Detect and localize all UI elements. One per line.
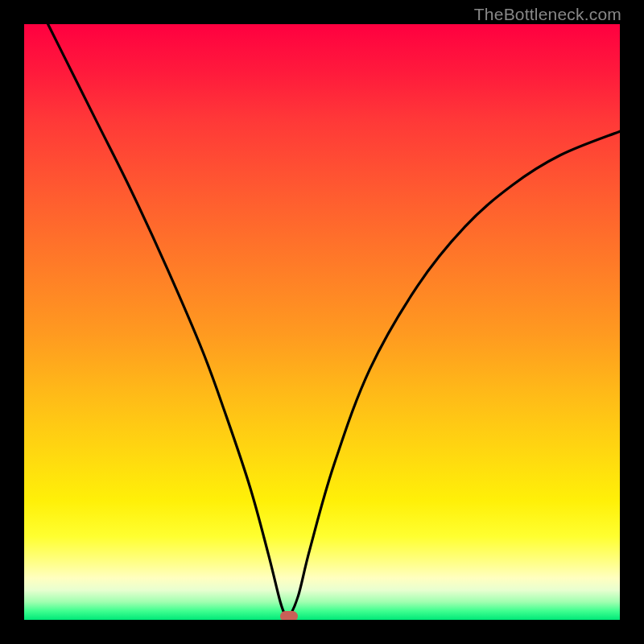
plot-area	[24, 24, 620, 620]
watermark-text: TheBottleneck.com	[474, 5, 621, 24]
minimum-marker	[280, 611, 298, 620]
bottleneck-curve	[24, 24, 620, 619]
chart-frame: TheBottleneck.com	[0, 0, 644, 644]
curve-layer	[24, 24, 620, 620]
